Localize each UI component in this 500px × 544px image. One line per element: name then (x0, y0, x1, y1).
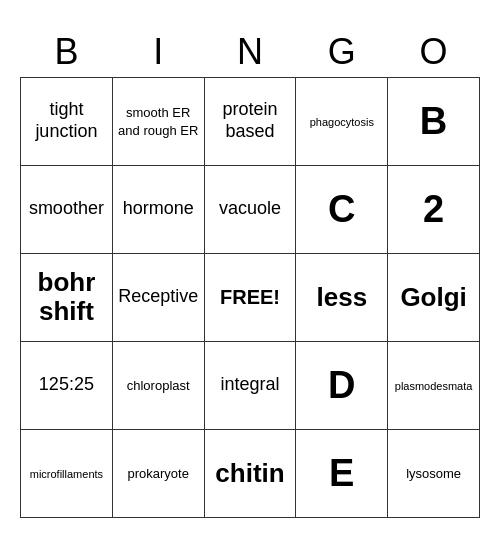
bingo-cell: B (388, 77, 480, 165)
cell-text: prokaryote (127, 466, 188, 481)
table-row: 125:25chloroplastintegralDplasmodesmata (21, 341, 480, 429)
bingo-cell: E (296, 429, 388, 517)
bingo-cell: integral (204, 341, 296, 429)
header-letter: O (388, 27, 480, 78)
bingo-cell: hormone (112, 165, 204, 253)
cell-text: phagocytosis (310, 116, 374, 128)
cell-text: Receptive (118, 286, 198, 306)
cell-text: FREE! (220, 286, 280, 308)
cell-text: Golgi (400, 282, 466, 312)
cell-text: 125:25 (39, 374, 94, 394)
cell-text: plasmodesmata (395, 380, 473, 392)
bingo-cell: tight junction (21, 77, 113, 165)
bingo-card: BINGO tight junctionsmooth ER and rough … (20, 27, 480, 518)
bingo-cell: Receptive (112, 253, 204, 341)
cell-text: smooth ER and rough ER (118, 105, 198, 138)
bingo-cell: prokaryote (112, 429, 204, 517)
bingo-cell: chloroplast (112, 341, 204, 429)
bingo-cell: protein based (204, 77, 296, 165)
bingo-cell: chitin (204, 429, 296, 517)
bingo-cell: 2 (388, 165, 480, 253)
bingo-cell: microfillaments (21, 429, 113, 517)
bingo-cell: C (296, 165, 388, 253)
bingo-cell: smoother (21, 165, 113, 253)
cell-text: D (328, 364, 355, 406)
bingo-cell: less (296, 253, 388, 341)
cell-text: tight junction (35, 99, 97, 141)
header-letter: B (21, 27, 113, 78)
cell-text: B (420, 100, 447, 142)
bingo-cell: 125:25 (21, 341, 113, 429)
table-row: bohr shiftReceptiveFREE!lessGolgi (21, 253, 480, 341)
cell-text: less (316, 282, 367, 312)
header-letter: N (204, 27, 296, 78)
bingo-header: BINGO (21, 27, 480, 78)
cell-text: integral (220, 374, 279, 394)
cell-text: microfillaments (30, 468, 103, 480)
header-letter: G (296, 27, 388, 78)
bingo-cell: FREE! (204, 253, 296, 341)
bingo-cell: D (296, 341, 388, 429)
bingo-cell: plasmodesmata (388, 341, 480, 429)
cell-text: bohr shift (38, 267, 96, 326)
cell-text: C (328, 188, 355, 230)
cell-text: vacuole (219, 198, 281, 218)
table-row: smootherhormonevacuoleC2 (21, 165, 480, 253)
bingo-cell: bohr shift (21, 253, 113, 341)
bingo-cell: Golgi (388, 253, 480, 341)
cell-text: 2 (423, 188, 444, 230)
cell-text: smoother (29, 198, 104, 218)
cell-text: hormone (123, 198, 194, 218)
table-row: tight junctionsmooth ER and rough ERprot… (21, 77, 480, 165)
header-letter: I (112, 27, 204, 78)
cell-text: protein based (222, 99, 277, 141)
bingo-cell: lysosome (388, 429, 480, 517)
bingo-cell: vacuole (204, 165, 296, 253)
bingo-cell: phagocytosis (296, 77, 388, 165)
table-row: microfillamentsprokaryotechitinElysosome (21, 429, 480, 517)
cell-text: chitin (215, 458, 284, 488)
cell-text: E (329, 452, 354, 494)
cell-text: lysosome (406, 466, 461, 481)
cell-text: chloroplast (127, 378, 190, 393)
bingo-cell: smooth ER and rough ER (112, 77, 204, 165)
